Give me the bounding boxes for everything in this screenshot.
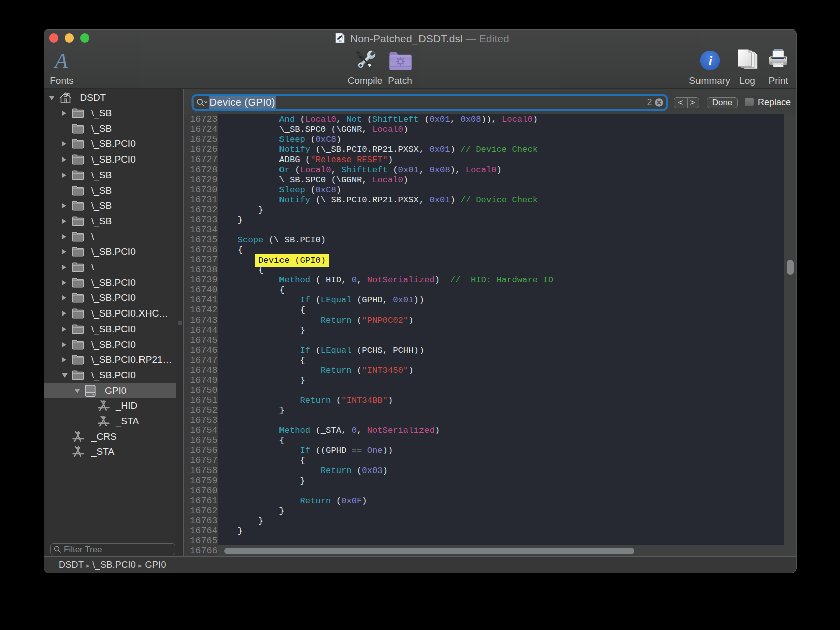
svg-text:DSL: DSL [339, 40, 342, 42]
svg-text:i: i [709, 53, 713, 68]
